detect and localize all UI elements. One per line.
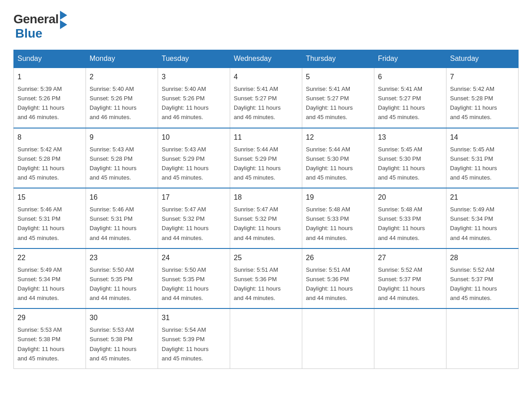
day-info: Sunrise: 5:45 AMSunset: 5:31 PMDaylight:…	[450, 146, 497, 181]
day-number: 19	[306, 192, 370, 203]
day-number: 1	[17, 72, 82, 82]
day-number: 27	[378, 253, 442, 263]
logo-blue-text: Blue	[15, 26, 43, 41]
day-number: 15	[17, 192, 82, 203]
day-number: 8	[17, 132, 82, 143]
day-number: 7	[450, 72, 515, 82]
calendar-cell: 3Sunrise: 5:40 AMSunset: 5:26 PMDaylight…	[158, 68, 230, 128]
calendar-cell: 28Sunrise: 5:52 AMSunset: 5:37 PMDayligh…	[446, 248, 519, 309]
day-info: Sunrise: 5:40 AMSunset: 5:26 PMDaylight:…	[90, 86, 137, 120]
day-info: Sunrise: 5:51 AMSunset: 5:36 PMDaylight:…	[234, 266, 281, 301]
weekday-header-friday: Friday	[374, 50, 446, 68]
day-info: Sunrise: 5:39 AMSunset: 5:26 PMDaylight:…	[17, 86, 64, 120]
day-number: 5	[306, 72, 370, 82]
calendar-cell: 27Sunrise: 5:52 AMSunset: 5:37 PMDayligh…	[374, 248, 446, 309]
calendar-cell: 2Sunrise: 5:40 AMSunset: 5:26 PMDaylight…	[86, 68, 158, 128]
calendar-week-row: 1Sunrise: 5:39 AMSunset: 5:26 PMDaylight…	[14, 68, 519, 128]
calendar-cell	[230, 308, 302, 368]
calendar-cell: 10Sunrise: 5:43 AMSunset: 5:29 PMDayligh…	[158, 128, 230, 188]
day-number: 11	[234, 132, 298, 143]
calendar-cell: 26Sunrise: 5:51 AMSunset: 5:36 PMDayligh…	[302, 248, 374, 309]
day-info: Sunrise: 5:41 AMSunset: 5:27 PMDaylight:…	[234, 86, 281, 120]
weekday-header-sunday: Sunday	[14, 50, 86, 68]
calendar-cell	[302, 308, 374, 368]
day-number: 28	[450, 253, 515, 263]
day-info: Sunrise: 5:54 AMSunset: 5:39 PMDaylight:…	[162, 326, 209, 361]
day-number: 17	[162, 192, 226, 203]
day-number: 9	[90, 132, 154, 143]
day-info: Sunrise: 5:50 AMSunset: 5:35 PMDaylight:…	[90, 266, 137, 301]
day-number: 23	[90, 253, 154, 263]
day-number: 14	[450, 132, 515, 143]
calendar-cell: 8Sunrise: 5:42 AMSunset: 5:28 PMDaylight…	[14, 128, 86, 188]
day-info: Sunrise: 5:46 AMSunset: 5:31 PMDaylight:…	[90, 206, 137, 241]
weekday-header-monday: Monday	[86, 50, 158, 68]
calendar-cell: 30Sunrise: 5:53 AMSunset: 5:38 PMDayligh…	[86, 308, 158, 368]
logo: General Blue	[13, 9, 67, 41]
day-info: Sunrise: 5:47 AMSunset: 5:32 PMDaylight:…	[234, 206, 281, 241]
calendar-cell: 6Sunrise: 5:41 AMSunset: 5:27 PMDaylight…	[374, 68, 446, 128]
day-info: Sunrise: 5:40 AMSunset: 5:26 PMDaylight:…	[162, 86, 209, 120]
day-info: Sunrise: 5:41 AMSunset: 5:27 PMDaylight:…	[378, 86, 425, 120]
calendar-cell: 16Sunrise: 5:46 AMSunset: 5:31 PMDayligh…	[86, 188, 158, 248]
calendar-cell: 20Sunrise: 5:48 AMSunset: 5:33 PMDayligh…	[374, 188, 446, 248]
day-info: Sunrise: 5:45 AMSunset: 5:30 PMDaylight:…	[378, 146, 425, 181]
day-number: 13	[378, 132, 442, 143]
calendar-cell: 25Sunrise: 5:51 AMSunset: 5:36 PMDayligh…	[230, 248, 302, 309]
calendar-cell: 29Sunrise: 5:53 AMSunset: 5:38 PMDayligh…	[14, 308, 86, 368]
day-number: 26	[306, 253, 370, 263]
calendar-cell: 24Sunrise: 5:50 AMSunset: 5:35 PMDayligh…	[158, 248, 230, 309]
calendar-cell: 12Sunrise: 5:44 AMSunset: 5:30 PMDayligh…	[302, 128, 374, 188]
weekday-header-saturday: Saturday	[446, 50, 519, 68]
calendar-cell	[374, 308, 446, 368]
day-info: Sunrise: 5:47 AMSunset: 5:32 PMDaylight:…	[162, 206, 209, 241]
calendar-cell: 13Sunrise: 5:45 AMSunset: 5:30 PMDayligh…	[374, 128, 446, 188]
calendar-cell: 7Sunrise: 5:42 AMSunset: 5:28 PMDaylight…	[446, 68, 519, 128]
day-info: Sunrise: 5:52 AMSunset: 5:37 PMDaylight:…	[378, 266, 425, 301]
calendar-cell: 31Sunrise: 5:54 AMSunset: 5:39 PMDayligh…	[158, 308, 230, 368]
calendar-cell: 4Sunrise: 5:41 AMSunset: 5:27 PMDaylight…	[230, 68, 302, 128]
day-number: 21	[450, 192, 515, 203]
weekday-header-wednesday: Wednesday	[230, 50, 302, 68]
calendar-week-row: 22Sunrise: 5:49 AMSunset: 5:34 PMDayligh…	[14, 248, 519, 309]
calendar-cell: 19Sunrise: 5:48 AMSunset: 5:33 PMDayligh…	[302, 188, 374, 248]
day-info: Sunrise: 5:48 AMSunset: 5:33 PMDaylight:…	[378, 206, 425, 241]
weekday-header-tuesday: Tuesday	[158, 50, 230, 68]
calendar-cell: 15Sunrise: 5:46 AMSunset: 5:31 PMDayligh…	[14, 188, 86, 248]
day-number: 10	[162, 132, 226, 143]
logo-general-text: General	[13, 12, 59, 26]
day-info: Sunrise: 5:48 AMSunset: 5:33 PMDaylight:…	[306, 206, 353, 241]
calendar-cell: 17Sunrise: 5:47 AMSunset: 5:32 PMDayligh…	[158, 188, 230, 248]
day-info: Sunrise: 5:53 AMSunset: 5:38 PMDaylight:…	[90, 326, 137, 361]
day-info: Sunrise: 5:46 AMSunset: 5:31 PMDaylight:…	[17, 206, 64, 241]
day-number: 31	[162, 313, 226, 323]
calendar-cell: 23Sunrise: 5:50 AMSunset: 5:35 PMDayligh…	[86, 248, 158, 309]
day-info: Sunrise: 5:44 AMSunset: 5:29 PMDaylight:…	[234, 146, 281, 181]
page-header: General Blue	[13, 9, 519, 41]
day-number: 29	[17, 313, 82, 323]
day-number: 12	[306, 132, 370, 143]
day-info: Sunrise: 5:43 AMSunset: 5:29 PMDaylight:…	[162, 146, 209, 181]
weekday-header-thursday: Thursday	[302, 50, 374, 68]
calendar-cell: 9Sunrise: 5:43 AMSunset: 5:28 PMDaylight…	[86, 128, 158, 188]
calendar-cell: 11Sunrise: 5:44 AMSunset: 5:29 PMDayligh…	[230, 128, 302, 188]
calendar-cell: 22Sunrise: 5:49 AMSunset: 5:34 PMDayligh…	[14, 248, 86, 309]
day-info: Sunrise: 5:44 AMSunset: 5:30 PMDaylight:…	[306, 146, 353, 181]
calendar-cell: 14Sunrise: 5:45 AMSunset: 5:31 PMDayligh…	[446, 128, 519, 188]
day-number: 2	[90, 72, 154, 82]
calendar-table: SundayMondayTuesdayWednesdayThursdayFrid…	[13, 50, 519, 369]
day-info: Sunrise: 5:52 AMSunset: 5:37 PMDaylight:…	[450, 266, 497, 301]
day-info: Sunrise: 5:43 AMSunset: 5:28 PMDaylight:…	[90, 146, 137, 181]
day-number: 16	[90, 192, 154, 203]
calendar-cell: 5Sunrise: 5:41 AMSunset: 5:27 PMDaylight…	[302, 68, 374, 128]
day-number: 6	[378, 72, 442, 82]
day-info: Sunrise: 5:49 AMSunset: 5:34 PMDaylight:…	[450, 206, 497, 241]
calendar-week-row: 15Sunrise: 5:46 AMSunset: 5:31 PMDayligh…	[14, 188, 519, 248]
day-number: 4	[234, 72, 298, 82]
day-number: 25	[234, 253, 298, 263]
day-number: 3	[162, 72, 226, 82]
day-number: 24	[162, 253, 226, 263]
day-info: Sunrise: 5:49 AMSunset: 5:34 PMDaylight:…	[17, 266, 64, 301]
calendar-cell	[446, 308, 519, 368]
day-info: Sunrise: 5:41 AMSunset: 5:27 PMDaylight:…	[306, 86, 353, 120]
